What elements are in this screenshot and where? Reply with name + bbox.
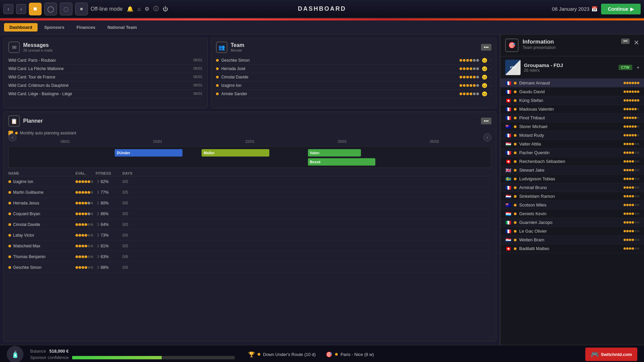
rdot: [624, 108, 626, 110]
world-icon-button[interactable]: ◯: [44, 3, 57, 15]
cal-next-button[interactable]: ›: [483, 133, 491, 141]
dot: [88, 191, 90, 194]
dot: [88, 213, 90, 215]
team-item[interactable]: Izagirre Ion 😐 -: [216, 81, 491, 90]
continue-button[interactable]: Continue ▶: [601, 4, 641, 14]
right-panel: 🎯 Information Team presentation ••• ✕ FD…: [500, 35, 644, 345]
team-item[interactable]: Armée Sander 😐 -: [216, 90, 491, 98]
rider-list-item[interactable]: 🇦🇺 Storer Michael: [500, 122, 644, 131]
planner-row[interactable]: Martin Guillaume ☽: [8, 187, 491, 198]
rider-list-item[interactable]: 🇫🇷 Armirail Bruno: [500, 183, 644, 192]
rider-rating-dots: [624, 143, 639, 145]
info-menu-button[interactable]: •••: [621, 39, 630, 44]
tab-sponsors[interactable]: Sponsors: [39, 23, 70, 32]
nav-back-button[interactable]: ‹: [3, 4, 13, 14]
info-icon[interactable]: ⓘ: [153, 5, 159, 12]
rider-name: Küng Stefan: [519, 98, 621, 103]
message-item[interactable]: Wild Card: Paris - Roubaix 08/01: [8, 56, 203, 65]
dot: [78, 255, 81, 258]
rdot: [624, 169, 626, 171]
home-icon[interactable]: ⌂: [138, 6, 141, 12]
rider-list-item[interactable]: 🇫🇷 Madouas Valentin: [500, 105, 644, 114]
rdot: [624, 195, 626, 197]
rider-list-item[interactable]: 🇫🇷 Pinot Thibaut: [500, 114, 644, 122]
race-block-valen: Valen: [308, 149, 361, 157]
tab-dashboard[interactable]: Dashboard: [4, 23, 38, 32]
planner-row[interactable]: Thomas Benjamin ☽: [8, 251, 491, 262]
message-item[interactable]: Wild Card: Liège - Bastogne - Liège 08/0…: [8, 90, 203, 98]
nav-forward-button[interactable]: ›: [16, 4, 26, 14]
msg-date: 08/01: [193, 75, 203, 79]
bell-icon[interactable]: 🔔: [127, 6, 133, 12]
message-item[interactable]: Wild Card: La Flèche Wallonne 08/01: [8, 65, 203, 73]
rdot: [629, 134, 631, 136]
planner-row[interactable]: Geschke Simon ☽: [8, 262, 491, 273]
event-item-1[interactable]: 🏆 Down Under's Route (10 d): [248, 351, 316, 358]
planner-row[interactable]: Cimolai Davide ☽: [8, 219, 491, 230]
team-item[interactable]: Geschke Simon 😐 -: [216, 56, 491, 65]
rdot: [629, 99, 631, 102]
rdot: [624, 134, 626, 136]
dot: [470, 67, 472, 70]
dot: [91, 180, 93, 183]
fitness-cell: ☽ 77%: [96, 190, 122, 195]
rdot: [624, 213, 626, 215]
rider-list-item[interactable]: 🇫🇷 Gaudu David: [500, 87, 644, 96]
rider-list-item[interactable]: 🇳🇱 Sinkeldam Ramon: [500, 192, 644, 201]
race-label: Valen: [310, 151, 320, 155]
rider-list-item[interactable]: 🇫🇷 Molard Rudy: [500, 131, 644, 140]
moon-icon: ☽: [96, 222, 99, 227]
rider-list-item[interactable]: 🇮🇹 Guarnieri Jacopo: [500, 218, 644, 227]
clock-icon-button[interactable]: ◌: [60, 3, 72, 15]
calendar-icon[interactable]: 📅: [591, 6, 598, 12]
morale-menu-button[interactable]: •••: [481, 44, 491, 51]
cal-prev-button[interactable]: ‹: [8, 133, 16, 141]
rider-list-item[interactable]: 🇱🇺 Geniets Kevin: [500, 209, 644, 218]
date-display: 08 January 2023 📅: [552, 6, 598, 12]
planner-row[interactable]: Coquard Bryan ☽: [8, 208, 491, 219]
planner-row[interactable]: Herrada Jesus ☽: [8, 198, 491, 208]
team-member-name: Armée Sander: [221, 92, 457, 96]
dot: [82, 234, 84, 237]
event-item-2[interactable]: 🎯 Paris - Nice (8 w): [326, 351, 374, 358]
fitness-cell: ☽ 80%: [96, 201, 122, 205]
rider-list-item[interactable]: 🇫🇷 Le Gac Olivier: [500, 227, 644, 236]
rider-flag: 🇦🇺: [505, 125, 511, 129]
tab-finances[interactable]: Finances: [71, 23, 101, 32]
dot: [463, 67, 466, 70]
rider-name-cell: Geschke Simon: [8, 265, 75, 270]
dashboard-icon-button[interactable]: ■: [29, 3, 42, 15]
switchntd-banner[interactable]: 🎮 Switchntd.com: [585, 348, 637, 361]
team-item[interactable]: Cimolai Davide 😐 -: [216, 73, 491, 81]
planner-checkbox[interactable]: ✓ Monthly auto planning assistant: [8, 131, 76, 135]
rider-list-item[interactable]: 🇸🇪 Ludvigsson Tobias: [500, 175, 644, 183]
rider-list-item[interactable]: 🇨🇭 Reichenbach Sébastien: [500, 157, 644, 166]
rider-list-item[interactable]: 🇨🇭 Küng Stefan: [500, 96, 644, 105]
rdot: [632, 134, 634, 136]
planner-row[interactable]: Walscheid Max ☽: [8, 241, 491, 251]
tab-national-team[interactable]: National Team: [102, 23, 142, 32]
rider-list-item[interactable]: 🇫🇷 Démare Arnaud: [500, 79, 644, 87]
planner-row[interactable]: Lafay Victor ☽: [8, 230, 491, 241]
rider-list-item[interactable]: 🇳🇱 Welten Bram: [500, 236, 644, 244]
planner-menu-button[interactable]: •••: [481, 118, 491, 124]
race-label: Mallor: [204, 151, 214, 155]
power-icon[interactable]: ⏻: [163, 6, 168, 12]
rdot: [626, 143, 629, 145]
team-item[interactable]: Herrada José 😐 -: [216, 65, 491, 73]
rider-list-item[interactable]: 🇨🇭 Badilatti Matteo: [500, 244, 644, 253]
info-close-button[interactable]: ✕: [634, 39, 639, 47]
message-item[interactable]: Wild Card: Critérium du Dauphiné 08/01: [8, 81, 203, 90]
globe-icon-button[interactable]: ●: [75, 3, 88, 15]
planner-row[interactable]: Izagirre Ion ☽: [8, 176, 491, 187]
settings-icon[interactable]: ⚙: [145, 6, 149, 12]
rdot: [632, 152, 634, 154]
rider-list-item[interactable]: 🇭🇺 Valter Attila: [500, 140, 644, 148]
message-item[interactable]: Wild Card: Tour de France 08/01: [8, 73, 203, 81]
team-morale-dots: [460, 59, 479, 62]
rider-list-item[interactable]: 🇫🇷 Pacher Quentin: [500, 148, 644, 157]
rider-name: Thomas Benjamin: [13, 254, 46, 259]
rider-list-item[interactable]: 🇦🇺 Scotson Miles: [500, 201, 644, 209]
eval-dots: [75, 180, 96, 183]
rider-list-item[interactable]: 🇬🇧 Stewart Jake: [500, 166, 644, 175]
